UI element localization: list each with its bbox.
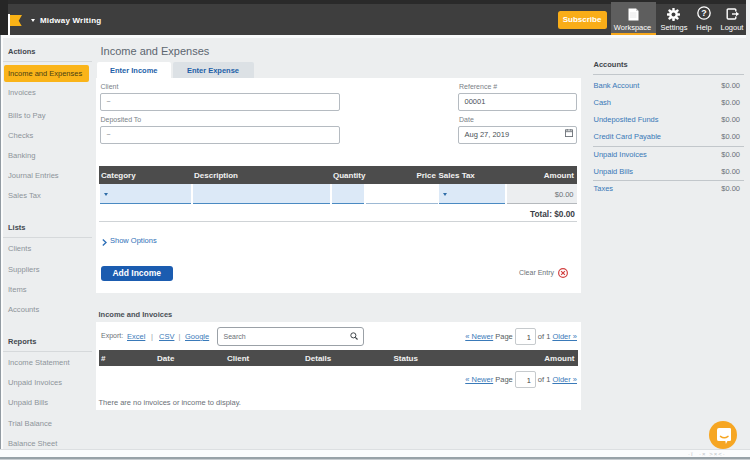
svg-text:?: ? bbox=[701, 8, 706, 18]
